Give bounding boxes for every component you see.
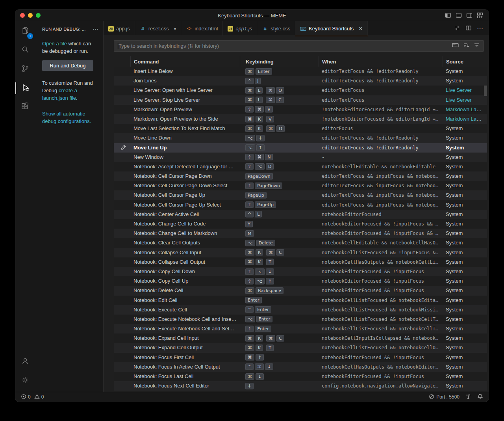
source-cell: System — [443, 133, 487, 143]
table-row[interactable]: Notebook: Focus In Active Cell Output^⌘↓… — [114, 362, 487, 372]
tab-label: app.js — [116, 26, 130, 32]
source-cell: System — [443, 333, 487, 343]
key-chord: ⌥Enter — [245, 316, 272, 322]
table-row[interactable]: Notebook: Change Cell to MarkdownMnotebo… — [114, 229, 487, 238]
edit-keybinding-icon[interactable] — [120, 144, 126, 151]
when-cell: notebookEditorFocused && !inputFocus — [319, 286, 443, 295]
warning-count: 0 — [41, 394, 44, 400]
table-row[interactable]: Notebook: Clear Cell Outputs⌥Deletenoteb… — [114, 238, 487, 248]
source-cell: System — [443, 362, 487, 372]
sort-by-precedence-icon[interactable] — [463, 42, 469, 50]
broadcast-icon[interactable] — [465, 393, 471, 401]
source-extension-link[interactable]: Markdown Language Features — [446, 116, 487, 122]
table-row[interactable]: Notebook: Change Cell to CodeYnotebookEd… — [114, 219, 487, 229]
table-row[interactable]: Notebook: Edit CellEnternotebookCellList… — [114, 296, 487, 305]
close-icon[interactable]: × — [359, 26, 362, 32]
table-row[interactable]: Move Line Down⌥↓editorTextFocus && !edit… — [114, 133, 487, 143]
table-row[interactable]: Notebook: Focus Next Cell Editor↓config.… — [114, 381, 487, 391]
open-a-file-link[interactable]: Open a file — [42, 41, 67, 47]
tab-app-js[interactable]: JSapp.js — [104, 21, 135, 36]
close-window-button[interactable] — [20, 13, 25, 18]
split-editor-icon[interactable] — [465, 25, 472, 33]
activity-item-search[interactable] — [15, 41, 35, 60]
tab-index-html[interactable]: <>index.html — [181, 21, 223, 36]
source-extension-link[interactable]: Markdown Language Features — [446, 106, 487, 112]
table-row[interactable]: Notebook: Copy Cell Down⇧⌥↓notebookEdito… — [114, 267, 487, 276]
keycap: ⌘ — [245, 287, 254, 294]
source-text: System — [446, 183, 463, 188]
table-row[interactable]: New Window⇧⌘N-System — [114, 153, 487, 162]
table-row[interactable]: Notebook: Collapse Cell Input⌘K⌘Cnoteboo… — [114, 248, 487, 257]
table-row[interactable]: Notebook: Cell Cursor Page DownPageDowne… — [114, 171, 487, 181]
keycap: ⇧ — [245, 278, 254, 285]
table-row[interactable]: Notebook: Accept Detected Language for C… — [114, 162, 487, 171]
run-and-debug-button[interactable]: Run and Debug — [42, 60, 93, 71]
activity-item-accounts[interactable] — [15, 352, 35, 371]
source-extension-link[interactable]: Live Server — [446, 87, 472, 93]
activity-item-extensions[interactable] — [15, 98, 35, 117]
minimize-window-button[interactable] — [28, 13, 33, 18]
table-row[interactable]: Notebook: Expand Cell Output⌘KTnotebookC… — [114, 343, 487, 352]
activity-item-source-control[interactable] — [15, 60, 35, 79]
keybindings-search-box[interactable] — [114, 40, 484, 52]
keycap: K — [256, 335, 263, 342]
source-cell: System — [443, 210, 487, 219]
source-cell: System — [443, 143, 487, 153]
activity-item-explorer[interactable]: 1 — [15, 22, 35, 41]
table-row[interactable]: Notebook: Delete Cell⌘BackspacenotebookE… — [114, 286, 487, 295]
command-cell: Notebook: Focus In Active Cell Output — [130, 362, 240, 372]
scrollbar-thumb[interactable] — [484, 86, 487, 96]
table-row[interactable]: Notebook: Execute Notebook Cell and Sele… — [114, 324, 487, 333]
table-row[interactable]: Notebook: Expand Cell Input⌘K⌘CnotebookC… — [114, 333, 487, 343]
toggle-primary-sidebar-icon[interactable] — [445, 12, 451, 19]
keybinding-cell: Y — [240, 219, 319, 229]
zoom-window-button[interactable] — [36, 13, 41, 18]
record-keys-icon[interactable] — [452, 42, 459, 50]
source-extension-link[interactable]: Live Server — [446, 97, 472, 103]
toggle-secondary-sidebar-icon[interactable] — [466, 12, 472, 19]
more-actions-icon[interactable]: ⋯ — [93, 27, 98, 31]
tab-keyboard-shortcuts[interactable]: Keyboard Shortcuts× — [295, 21, 368, 36]
table-row[interactable]: Notebook: Cell Cursor Page Up Select⇧Pag… — [114, 200, 487, 210]
table-row[interactable]: Notebook: Collapse Cell Output⌘KTnoteboo… — [114, 257, 487, 267]
keybinding-cell: ↓ — [240, 381, 319, 391]
table-row[interactable]: Live Server: Stop Live Server⌘L⌘CeditorT… — [114, 95, 487, 105]
table-row[interactable]: Markdown: Open Preview⇧⌘V!notebookEditor… — [114, 105, 487, 114]
table-row[interactable]: Notebook: Execute Notebook Cell and Inse… — [114, 315, 487, 324]
editor-more-actions-icon[interactable]: ⋯ — [477, 27, 483, 31]
problems-indicator[interactable]: 0 0 — [21, 394, 44, 401]
tab-app1-js[interactable]: JSapp1.js — [223, 21, 257, 36]
activity-item-run-and-debug[interactable] — [15, 79, 35, 98]
notifications-bell-icon[interactable] — [477, 393, 483, 401]
table-row[interactable]: Notebook: Center Active Cell^LnotebookEd… — [114, 210, 487, 219]
toggle-panel-icon[interactable] — [456, 12, 462, 19]
keybindings-search-input[interactable] — [118, 43, 449, 49]
key-chord: ⇧⌘N — [245, 154, 273, 160]
table-row[interactable]: Notebook: Copy Cell Up⇧⌥↑notebookEditorF… — [114, 276, 487, 286]
activity-item-settings[interactable] — [15, 371, 35, 390]
table-row[interactable]: Move Line Up⌥↑editorTextFocus && !editor… — [114, 143, 487, 153]
keybinding-cell: ⇧PageDown — [240, 181, 319, 190]
tab-reset-css[interactable]: #reset.css● — [135, 21, 181, 36]
table-row[interactable]: Insert Line Below⌘EntereditorTextFocus &… — [114, 67, 487, 76]
table-row[interactable]: Notebook: Cell Cursor Page Down Select⇧P… — [114, 181, 487, 190]
tab-style-css[interactable]: #style.css — [257, 21, 295, 36]
table-row[interactable]: Live Server: Open with Live Server⌘L⌘Oed… — [114, 86, 487, 95]
table-row[interactable]: Notebook: Cell Cursor Page UpPageUpedito… — [114, 190, 487, 200]
customize-layout-icon[interactable] — [477, 12, 483, 19]
table-row[interactable]: Notebook: Execute Cell^EnternotebookCell… — [114, 305, 487, 315]
when-cell: !notebookEditorFocused && editorLangId =… — [319, 114, 443, 124]
live-server-port[interactable]: Port : 5500 — [429, 394, 460, 401]
open-changes-icon[interactable] — [454, 25, 460, 33]
filter-icon[interactable] — [474, 42, 480, 50]
table-row[interactable]: Move Last Selection To Next Find Match⌘K… — [114, 124, 487, 133]
table-row[interactable]: Join Lines^JeditorTextFocus && !editorRe… — [114, 76, 487, 86]
command-cell: Live Server: Open with Live Server — [130, 86, 240, 95]
table-row[interactable]: Notebook: Focus Last Cell⌘↓notebookEdito… — [114, 372, 487, 381]
key-chord: ⇧⌥D — [245, 163, 274, 170]
table-row[interactable]: Markdown: Open Preview to the Side⌘KV!no… — [114, 114, 487, 124]
source-cell: System — [443, 190, 487, 200]
keybinding-cell: ^J — [240, 76, 319, 86]
show-debug-configurations-link[interactable]: Show all automatic debug configurations. — [42, 111, 91, 124]
table-row[interactable]: Notebook: Focus First Cell⌘↑notebookEdit… — [114, 353, 487, 362]
